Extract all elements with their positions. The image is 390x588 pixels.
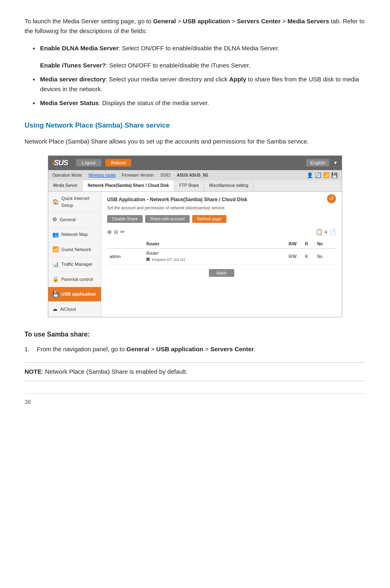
tab-ftp-share[interactable]: FTP Share [174,180,204,191]
step-1: 1. From the navigation panel, go to Gene… [25,344,365,354]
bullet-status: Media Server Status: Displays the status… [33,98,365,108]
col-header-rw: R/W [289,241,305,247]
router-screenshot: /SUS Logout Reboot English ▼ Operation M… [48,155,342,317]
general-icon: ⚙ [52,215,57,224]
sidebar-label-network-map: Network Map [61,231,88,238]
remove-icon[interactable]: ⊖ [114,228,119,236]
step-1-num: 1. [25,344,34,354]
apply-row: Apply [107,269,336,277]
sidebar-item-network-map[interactable]: 👥 Network Map [48,227,101,242]
guest-network-icon: 📶 [52,245,59,254]
itunes-block: Enable iTunes Server?: Select ON/OFF to … [40,61,365,70]
section-para: Network Place (Samba) Share allows you t… [25,137,365,146]
sidebar-item-traffic-manager[interactable]: 📊 Traffic Manager [48,257,101,272]
sidebar-item-parental-control[interactable]: 🔒 Parental control [48,272,101,287]
mode-value[interactable]: Wireless router [89,172,116,178]
router-tabs: Media Server Network Place(Samba) Share … [48,180,342,192]
cell-r: R [305,254,317,260]
bullet-directory: Media server directory: Select your medi… [33,74,365,94]
router-body: 🏠 Quick Internet Setup ⚙ General 👥 Netwo… [48,192,342,317]
sidebar-item-guest-network[interactable]: 📶 Guest Network [48,242,101,257]
refresh-status-icon: 🔄 [315,171,321,180]
ssid-label: SSID: [160,172,171,178]
table-row: admin Router Kingston DT 101 G2 R/W R No [107,249,336,265]
sidebar-label-parental-control: Parental control [61,276,93,283]
refresh-button[interactable]: ↺ [327,194,336,203]
fw-label: Firmware Version: [122,172,155,178]
usb-application-icon: 💾 [52,290,59,298]
cell-rw: R/W [289,254,305,260]
col-header-no: No [317,241,334,247]
router-name: Router [146,251,159,256]
feature-list-2: Media server directory: Select your medi… [33,74,365,108]
user-icon: 👤 [307,171,313,180]
router-sidebar: 🏠 Quick Internet Setup ⚙ General 👥 Netwo… [48,192,101,317]
network-map-icon: 👥 [52,231,59,239]
router-topbar: /SUS Logout Reboot English ▼ [48,156,342,170]
sidebar-item-usb-application[interactable]: 💾 USB application [48,287,101,302]
list-icon-1[interactable]: 📋 [316,228,323,236]
feature-list: Enable DLNA Media Server: Select ON/OFF … [33,43,365,53]
language-selector[interactable]: English [306,159,329,166]
router-statusbar: Operation Mode: Wireless router Firmware… [48,170,342,181]
main-subtitle: Set the account and permission of networ… [107,205,247,211]
sidebar-label-usb-application: USB application [61,291,96,298]
statusbar-icons: 👤 🔄 📶 💾 [307,171,338,180]
col-header-router: Router [146,241,289,247]
col-header-user [110,241,146,247]
router-main-content: USB Application - Network Place(Samba) S… [101,192,342,317]
numbered-steps: 1. From the navigation panel, go to Gene… [25,344,365,354]
traffic-manager-icon: 📊 [52,260,59,269]
tab-misc-settings[interactable]: Miscellaneous setting [204,180,254,191]
asus-logo: /SUS [52,157,68,168]
mini-icons-row: ⊕ ⊖ ✏ 📋 ≡ 📄 [107,228,336,236]
logout-button[interactable]: Logout [76,159,101,166]
reboot-button[interactable]: Reboot [105,159,131,166]
page-number: 36 [25,393,365,406]
wifi-icon: 📶 [323,171,329,180]
note-box: NOTE: Network Place (Samba) Share is ena… [25,362,365,381]
sidebar-label-general: General [60,216,76,223]
section-heading: Using Network Place (Samba) Share servic… [25,120,365,131]
share-with-account-button[interactable]: Share with account [145,215,190,223]
edit-icon[interactable]: ✏ [120,228,125,236]
add-icon[interactable]: ⊕ [107,228,112,236]
main-title: USB Application - Network Place(Samba) S… [107,196,247,203]
cell-user: admin [110,254,146,260]
action-buttons: Disable Share Share with account Refresh… [107,215,336,223]
step-1-text: From the navigation panel, go to General… [37,344,256,354]
tab-network-place[interactable]: Network Place(Samba) Share / Cloud Disk [83,180,174,191]
sidebar-item-general[interactable]: ⚙ General [48,212,101,227]
sidebar-label-traffic-manager: Traffic Manager [61,261,92,268]
intro-paragraph: To launch the Media Server setting page,… [25,16,365,36]
save-config-icon: 💾 [331,171,338,180]
sidebar-label-guest-network: Guest Network [61,246,91,253]
aicloud-icon: ☁ [52,305,58,313]
ssid-value: ASUS ASUS_5G [177,172,208,178]
lang-dropdown-icon: ▼ [333,159,338,166]
router-sub: Kingston DT 101 G2 [146,258,185,262]
list-icon-2[interactable]: ≡ [324,228,327,236]
cell-router: Router Kingston DT 101 G2 [146,250,289,263]
sidebar-label-quick-internet: Quick Internet Setup [61,195,97,209]
sidebar-item-aicloud[interactable]: ☁ AiCloud [48,302,101,317]
refresh-page-button[interactable]: Refresh page [192,215,226,223]
sidebar-label-aicloud: AiCloud [60,306,76,313]
sidebar-item-quick-internet[interactable]: 🏠 Quick Internet Setup [48,192,101,212]
quick-internet-icon: 🏠 [52,198,59,206]
col-header-r: R [305,241,317,247]
tab-media-server[interactable]: Media Server [48,180,83,191]
cell-no: No [317,254,334,260]
bullet-dlna: Enable DLNA Media Server: Select ON/OFF … [33,43,365,53]
to-use-heading: To use Samba share: [25,330,365,339]
apply-button[interactable]: Apply [209,269,234,277]
list-icon-3[interactable]: 📄 [329,228,336,236]
table-header: Router R/W R No [107,240,336,249]
disable-share-button[interactable]: Disable Share [107,215,143,223]
parental-control-icon: 🔒 [52,275,59,283]
mode-label: Operation Mode: [52,172,83,178]
